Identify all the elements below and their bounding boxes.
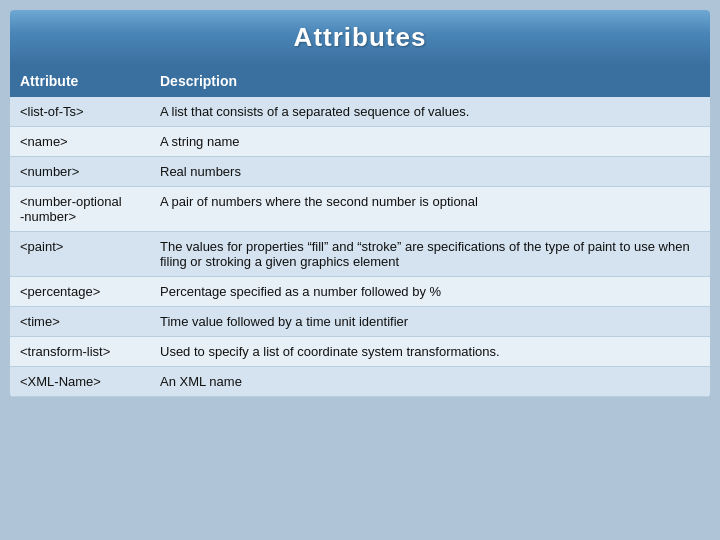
description-cell: A string name <box>150 127 710 157</box>
table-row: <transform-list>Used to specify a list o… <box>10 337 710 367</box>
table-row: <paint>The values for properties “fill” … <box>10 232 710 277</box>
table-body: <list-of-Ts>A list that consists of a se… <box>10 97 710 397</box>
attribute-cell: <paint> <box>10 232 150 277</box>
page-wrapper: Attributes Attribute Description <list-o… <box>10 10 710 397</box>
table-row: <XML-Name>An XML name <box>10 367 710 397</box>
col-header-attribute: Attribute <box>10 65 150 97</box>
description-cell: A list that consists of a separated sequ… <box>150 97 710 127</box>
description-cell: An XML name <box>150 367 710 397</box>
table-header-row: Attribute Description <box>10 65 710 97</box>
description-cell: The values for properties “fill” and “st… <box>150 232 710 277</box>
attributes-table: Attribute Description <list-of-Ts>A list… <box>10 65 710 397</box>
table-row: <number-optional-number>A pair of number… <box>10 187 710 232</box>
description-cell: A pair of numbers where the second numbe… <box>150 187 710 232</box>
description-cell: Used to specify a list of coordinate sys… <box>150 337 710 367</box>
attribute-cell: <time> <box>10 307 150 337</box>
attribute-cell: <transform-list> <box>10 337 150 367</box>
page-title: Attributes <box>10 10 710 65</box>
table-container: Attribute Description <list-of-Ts>A list… <box>10 65 710 397</box>
table-row: <list-of-Ts>A list that consists of a se… <box>10 97 710 127</box>
table-row: <percentage>Percentage specified as a nu… <box>10 277 710 307</box>
table-row: <number>Real numbers <box>10 157 710 187</box>
attribute-cell: <name> <box>10 127 150 157</box>
attribute-cell: <list-of-Ts> <box>10 97 150 127</box>
table-row: <name>A string name <box>10 127 710 157</box>
description-cell: Percentage specified as a number followe… <box>150 277 710 307</box>
attribute-cell: <XML-Name> <box>10 367 150 397</box>
description-cell: Real numbers <box>150 157 710 187</box>
attribute-cell: <number> <box>10 157 150 187</box>
table-row: <time>Time value followed by a time unit… <box>10 307 710 337</box>
attribute-cell: <percentage> <box>10 277 150 307</box>
col-header-description: Description <box>150 65 710 97</box>
attribute-cell: <number-optional-number> <box>10 187 150 232</box>
description-cell: Time value followed by a time unit ident… <box>150 307 710 337</box>
